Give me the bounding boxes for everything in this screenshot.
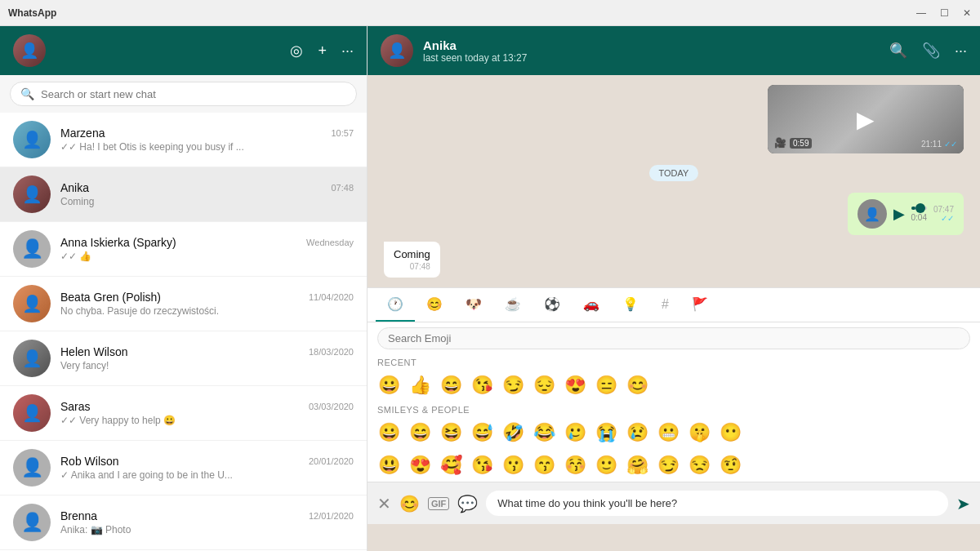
contact-item-anika[interactable]: 👤 Anika 07:48 Coming bbox=[0, 167, 367, 222]
emoji-recent-5[interactable]: 😔 bbox=[529, 371, 559, 400]
emoji-toggle-icon[interactable]: 😊 bbox=[399, 494, 420, 513]
emoji-s1-10[interactable]: 🤫 bbox=[684, 418, 714, 447]
chat-contact-avatar: 👤 bbox=[381, 34, 413, 67]
emoji-tab-animals[interactable]: 🐶 bbox=[454, 288, 493, 322]
emoji-tab-symbols[interactable]: # bbox=[650, 289, 680, 322]
contact-info-brenna: Brenna 12/01/2020 Anika: 📷 Photo bbox=[60, 509, 354, 535]
emoji-s2-10[interactable]: 😒 bbox=[684, 451, 714, 480]
voice-time: 07:47 bbox=[933, 205, 954, 214]
emoji-s1-2[interactable]: 😆 bbox=[436, 418, 466, 447]
emoji-s2-1[interactable]: 😍 bbox=[405, 451, 434, 480]
contact-avatar-anika: 👤 bbox=[13, 176, 51, 213]
new-chat-icon[interactable]: + bbox=[318, 42, 327, 60]
my-avatar[interactable]: 👤 bbox=[13, 34, 46, 67]
contact-item-rob[interactable]: 👤 Rob Wilson 20/01/2020 ✓ Anika and I ar… bbox=[0, 441, 367, 495]
emoji-tab-objects[interactable]: 💡 bbox=[611, 288, 650, 322]
contact-name-helen: Helen Wilson bbox=[60, 345, 127, 358]
play-button[interactable]: ▶ bbox=[893, 205, 905, 223]
emoji-tab-recent[interactable]: 🕐 bbox=[376, 288, 415, 322]
menu-icon[interactable]: ··· bbox=[341, 42, 354, 60]
emoji-s2-6[interactable]: 😚 bbox=[560, 451, 590, 480]
emoji-s1-3[interactable]: 😅 bbox=[467, 418, 497, 447]
emoji-recent-7[interactable]: 😑 bbox=[591, 371, 621, 400]
emoji-s2-4[interactable]: 😗 bbox=[498, 451, 528, 480]
status-icon[interactable]: ◎ bbox=[290, 42, 303, 60]
emoji-s2-7[interactable]: 🙂 bbox=[591, 451, 621, 480]
contact-item-beata[interactable]: 👤 Beata Gren (Polish) 11/04/2020 No chyb… bbox=[0, 277, 367, 331]
emoji-search bbox=[368, 322, 980, 354]
title-bar: WhatsApp — ☐ ✕ bbox=[0, 0, 980, 26]
search-bar: 🔍 bbox=[0, 75, 367, 113]
chat-contact-name: Anika bbox=[423, 38, 880, 52]
contact-name-marzena: Marzena bbox=[60, 127, 105, 140]
chat-last-seen: last seen today at 13:27 bbox=[423, 52, 880, 64]
gif-icon[interactable]: GIF bbox=[428, 497, 449, 510]
emoji-recent-6[interactable]: 😍 bbox=[560, 371, 590, 400]
emoji-tab-travel[interactable]: 🚗 bbox=[572, 288, 611, 322]
coming-text: Coming bbox=[394, 248, 430, 260]
message-input[interactable] bbox=[486, 491, 948, 516]
contact-time-brenna: 12/01/2020 bbox=[309, 511, 354, 521]
emoji-tab-food[interactable]: ☕ bbox=[493, 288, 532, 322]
contact-info-anika: Anika 07:48 Coming bbox=[60, 181, 354, 207]
emoji-s1-7[interactable]: 😭 bbox=[591, 418, 621, 447]
contact-avatar-marzena: 👤 bbox=[13, 121, 51, 158]
minimize-button[interactable]: — bbox=[915, 7, 928, 19]
emoji-tab-smileys[interactable]: 😊 bbox=[415, 288, 454, 322]
emoji-tab-flags[interactable]: 🚩 bbox=[680, 288, 719, 322]
waveform-container: 0:04 bbox=[911, 207, 927, 222]
emoji-tab-activities[interactable]: ⚽ bbox=[532, 288, 572, 322]
contact-name-beata: Beata Gren (Polish) bbox=[60, 291, 161, 304]
emoji-recent-2[interactable]: 😄 bbox=[436, 371, 466, 400]
chat-header-icons: 🔍 📎 ··· bbox=[889, 42, 967, 60]
emoji-s2-11[interactable]: 🤨 bbox=[715, 451, 745, 480]
emoji-s2-3[interactable]: 😘 bbox=[467, 451, 497, 480]
emoji-s2-2[interactable]: 🥰 bbox=[436, 451, 466, 480]
sticker-icon[interactable]: 💬 bbox=[457, 494, 478, 513]
emoji-recent-4[interactable]: 😏 bbox=[498, 371, 528, 400]
contact-avatar-anna: 👤 bbox=[13, 230, 51, 268]
emoji-s2-8[interactable]: 🤗 bbox=[622, 451, 652, 480]
send-button[interactable]: ➤ bbox=[956, 494, 970, 513]
contact-item-brenna[interactable]: 👤 Brenna 12/01/2020 Anika: 📷 Photo bbox=[0, 495, 367, 550]
emoji-s1-1[interactable]: 😄 bbox=[405, 418, 434, 447]
emoji-recent-8[interactable]: 😊 bbox=[622, 371, 652, 400]
close-button[interactable]: ✕ bbox=[960, 7, 973, 19]
emoji-s1-5[interactable]: 😂 bbox=[529, 418, 559, 447]
chat-attach-icon[interactable]: 📎 bbox=[922, 42, 940, 60]
maximize-button[interactable]: ☐ bbox=[938, 7, 951, 19]
left-panel: 👤 ◎ + ··· 🔍 👤 bbox=[0, 26, 368, 551]
emoji-s1-8[interactable]: 😢 bbox=[622, 418, 652, 447]
emoji-recent-3[interactable]: 😘 bbox=[467, 371, 497, 400]
app-container: 👤 ◎ + ··· 🔍 👤 bbox=[0, 26, 980, 551]
right-panel: 👤 Anika last seen today at 13:27 🔍 📎 ···… bbox=[368, 26, 980, 551]
emoji-s1-0[interactable]: 😀 bbox=[374, 418, 403, 447]
emoji-s1-6[interactable]: 🥲 bbox=[560, 418, 590, 447]
voice-message: 👤 ▶ 0:04 07:47 ✓✓ bbox=[848, 193, 964, 235]
emoji-recent-1[interactable]: 👍 bbox=[405, 371, 434, 400]
emoji-s1-4[interactable]: 🤣 bbox=[498, 418, 528, 447]
emoji-s2-0[interactable]: 😃 bbox=[374, 451, 403, 480]
chat-menu-icon[interactable]: ··· bbox=[955, 42, 967, 60]
contact-item-saras[interactable]: 👤 Saras 03/03/2020 ✓✓ Very happy to help… bbox=[0, 386, 367, 441]
search-input[interactable] bbox=[41, 88, 346, 100]
close-emoji-icon[interactable]: ✕ bbox=[377, 494, 391, 513]
contact-item-helen[interactable]: 👤 Helen Wilson 18/03/2020 Very fancy! bbox=[0, 331, 367, 386]
chat-search-icon[interactable]: 🔍 bbox=[889, 42, 907, 60]
contact-time-anna: Wednesday bbox=[306, 238, 354, 247]
video-duration: 0:59 bbox=[790, 138, 812, 149]
contact-item-marzena[interactable]: 👤 Marzena 10:57 ✓✓ Ha! I bet Otis is kee… bbox=[0, 113, 367, 167]
coming-time: 07:48 bbox=[410, 262, 430, 271]
emoji-s1-9[interactable]: 😬 bbox=[653, 418, 683, 447]
emoji-search-input[interactable] bbox=[377, 327, 970, 349]
contact-item-anna[interactable]: 👤 Anna Iskierka (Sparky) Wednesday ✓✓ 👍 bbox=[0, 222, 367, 277]
emoji-s1-11[interactable]: 😶 bbox=[715, 418, 745, 447]
today-badge: TODAY bbox=[649, 165, 699, 181]
emoji-recent-0[interactable]: 😀 bbox=[374, 371, 403, 400]
emoji-s2-5[interactable]: 😙 bbox=[529, 451, 559, 480]
waveform bbox=[911, 207, 927, 210]
contact-preview-anna: ✓✓ 👍 bbox=[60, 251, 354, 262]
emoji-s2-9[interactable]: 😏 bbox=[653, 451, 683, 480]
contact-info-marzena: Marzena 10:57 ✓✓ Ha! I bet Otis is keepi… bbox=[60, 127, 354, 153]
contact-name-rob: Rob Wilson bbox=[60, 455, 119, 468]
